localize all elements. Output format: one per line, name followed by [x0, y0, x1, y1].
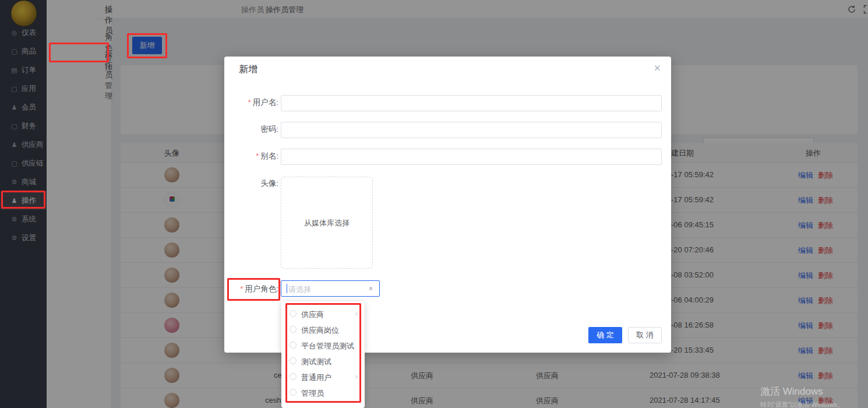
required-mark: * [248, 98, 251, 107]
chevron-up-icon: ∧ [369, 285, 373, 291]
watermark-line1: 激活 Windows [760, 385, 844, 398]
label-text: 别名: [260, 152, 278, 160]
password-field[interactable] [281, 122, 662, 138]
text-cursor [287, 284, 287, 293]
avatar-label: 头像: [224, 178, 278, 189]
label-text: 头像: [260, 179, 278, 188]
alias-label: *别名: [224, 151, 278, 161]
windows-activation-watermark: 激活 Windows 转到“设置”以激活 Windows。 [760, 385, 844, 408]
role-select[interactable]: 请选择 ∧ [281, 280, 380, 297]
cancel-button[interactable]: 取 消 [628, 327, 662, 343]
required-mark: * [256, 152, 259, 160]
label-text: 用户名: [253, 98, 278, 107]
alias-field[interactable] [281, 149, 662, 165]
password-label: 密码: [224, 124, 278, 135]
annotation-box-role-label [227, 278, 280, 301]
annotation-box-role-options [285, 303, 361, 403]
role-placeholder: 请选择 [288, 284, 311, 295]
username-label: *用户名: [224, 97, 278, 108]
label-text: 密码: [260, 125, 278, 133]
annotation-box-add-button [127, 33, 167, 58]
annotation-box-operator-management [49, 43, 109, 62]
picker-label: 从媒体库选择 [281, 218, 372, 228]
close-icon[interactable]: ✕ [654, 63, 661, 73]
modal-title: 新增 [239, 64, 257, 76]
annotation-box-sidebar-operators [1, 191, 45, 209]
media-library-picker[interactable]: 从媒体库选择 [281, 177, 373, 269]
username-field[interactable] [281, 95, 662, 111]
app-root: ◎仪表 ▢商品 ▤订单 ▢应用 ♟会员 ▢财务 ♟供应商 ▢供应链 ⚙商城 ♟操… [0, 0, 868, 408]
confirm-button[interactable]: 确 定 [588, 327, 622, 343]
watermark-line2: 转到“设置”以激活 Windows。 [760, 400, 844, 408]
